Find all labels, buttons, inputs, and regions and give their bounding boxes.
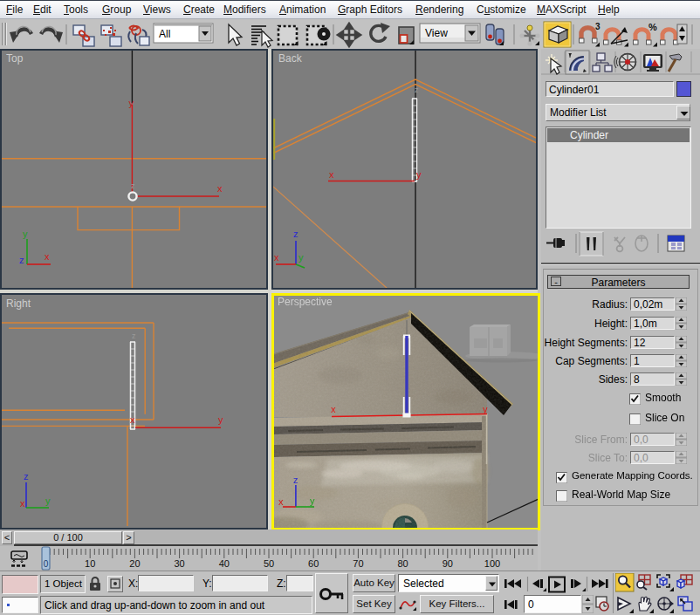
svg-text:All: All	[159, 28, 170, 40]
svg-text:z: z	[131, 181, 135, 190]
svg-text:z: z	[24, 471, 29, 482]
svg-text:x: x	[278, 496, 284, 507]
svg-text:40: 40	[219, 558, 230, 569]
svg-text:70: 70	[353, 558, 363, 569]
svg-text:x: x	[274, 252, 279, 263]
svg-text:x: x	[45, 251, 50, 262]
svg-text:10: 10	[85, 558, 95, 569]
svg-text:x: x	[331, 404, 336, 414]
svg-text:y: y	[23, 229, 28, 239]
svg-text:Perspective: Perspective	[278, 296, 333, 308]
svg-text:x: x	[20, 498, 25, 509]
svg-text:30: 30	[174, 558, 184, 569]
svg-text:Top: Top	[6, 52, 24, 65]
svg-text:z: z	[415, 85, 419, 94]
svg-text:View: View	[425, 27, 448, 39]
svg-text:z: z	[19, 255, 24, 265]
svg-text:y: y	[310, 495, 315, 506]
svg-text:y: y	[299, 252, 304, 263]
svg-text:90: 90	[443, 558, 453, 569]
svg-text:0: 0	[44, 559, 49, 569]
svg-text:y: y	[483, 404, 488, 414]
svg-text:x: x	[130, 414, 135, 425]
svg-text:y: y	[416, 169, 422, 180]
svg-text:x: x	[329, 169, 334, 180]
svg-text:20: 20	[129, 558, 140, 569]
svg-text:%: %	[649, 22, 657, 32]
svg-text:z: z	[293, 475, 299, 485]
svg-text:z: z	[132, 331, 136, 340]
svg-text:Back: Back	[278, 52, 303, 65]
svg-text:y: y	[45, 495, 51, 506]
svg-text:60: 60	[308, 558, 319, 569]
svg-text:80: 80	[397, 558, 408, 569]
svg-text:Right: Right	[6, 297, 31, 310]
svg-text:3: 3	[595, 22, 600, 31]
svg-text:y: y	[129, 98, 134, 108]
svg-text:50: 50	[264, 558, 274, 569]
svg-text:x: x	[217, 183, 223, 194]
svg-text:100: 100	[484, 558, 500, 569]
svg-text:y: y	[218, 414, 223, 425]
svg-text:z: z	[293, 229, 299, 239]
